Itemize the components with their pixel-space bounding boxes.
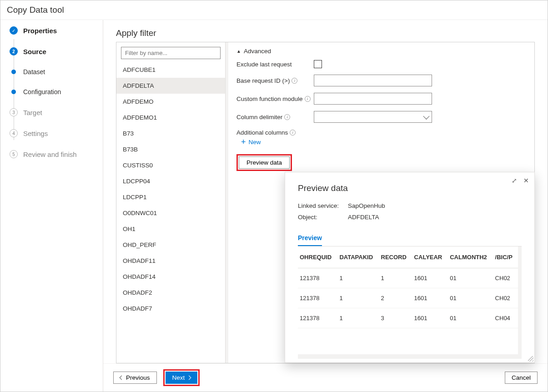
grid-cell: CH04 bbox=[493, 308, 518, 328]
list-item[interactable]: LDCPP04 bbox=[116, 173, 225, 189]
grid-cell: 1601 bbox=[412, 308, 448, 328]
close-icon[interactable]: ✕ bbox=[523, 177, 529, 184]
filter-box bbox=[121, 47, 221, 59]
base-request-id-label: Base request ID (>) i bbox=[236, 77, 314, 84]
chevron-left-icon bbox=[120, 376, 124, 380]
list-item[interactable]: LDCPP1 bbox=[116, 189, 225, 205]
linked-service-row: Linked service: SapOpenHub bbox=[298, 202, 522, 209]
step-number-icon: 2 bbox=[10, 47, 18, 55]
step-label: Target bbox=[23, 109, 42, 116]
preview-data-button[interactable]: Preview data bbox=[239, 156, 290, 169]
list-item[interactable]: ADFDEMO bbox=[116, 94, 225, 110]
step-target[interactable]: 3 Target bbox=[10, 108, 103, 116]
window-title: Copy Data tool bbox=[0, 0, 548, 20]
info-icon[interactable]: i bbox=[292, 78, 297, 84]
list-item[interactable]: CUSTISS0 bbox=[116, 157, 225, 173]
list-item[interactable]: B73B bbox=[116, 141, 225, 157]
grid-column-header[interactable]: RECORD bbox=[379, 246, 412, 268]
popup-title: Preview data bbox=[298, 183, 522, 193]
next-highlight: Next bbox=[163, 369, 200, 386]
list-item[interactable]: OHD_PERF bbox=[116, 237, 225, 253]
substep-dataset[interactable]: Dataset bbox=[10, 68, 103, 75]
step-label: Settings bbox=[23, 130, 48, 137]
list-item[interactable]: OHDADF14 bbox=[116, 269, 225, 285]
object-list-column: ADFCUBE1ADFDELTAADFDEMOADFDEMO1B73B73BCU… bbox=[116, 42, 226, 363]
dot-icon bbox=[11, 90, 16, 94]
next-button[interactable]: Next bbox=[166, 372, 198, 384]
grid-cell: 1 bbox=[379, 268, 412, 288]
preview-grid-wrap[interactable]: OHREQUIDDATAPAKIDRECORDCALYEARCALMONTH2/… bbox=[298, 246, 522, 354]
new-column-button[interactable]: + New bbox=[241, 138, 526, 146]
object-list[interactable]: ADFCUBE1ADFDELTAADFDEMOADFDEMO1B73B73BCU… bbox=[116, 62, 225, 363]
list-item[interactable]: O0DNWC01 bbox=[116, 205, 225, 221]
list-item[interactable]: OH1 bbox=[116, 221, 225, 237]
step-source[interactable]: 2 Source bbox=[10, 47, 103, 55]
step-review[interactable]: 5 Review and finish bbox=[10, 150, 103, 158]
next-label: Next bbox=[172, 374, 185, 381]
step-properties[interactable]: ✓ Properties bbox=[10, 26, 103, 35]
row-base-request-id: Base request ID (>) i bbox=[236, 75, 526, 86]
grid-cell: CH02 bbox=[493, 268, 518, 288]
substep-configuration[interactable]: Configuration bbox=[10, 88, 103, 95]
new-label: New bbox=[249, 139, 261, 146]
grid-column-header[interactable]: OHREQUID bbox=[298, 246, 337, 268]
table-row: 12137813160101CH04 bbox=[298, 308, 518, 328]
list-item[interactable]: OHDADF11 bbox=[116, 253, 225, 269]
grid-cell: 3 bbox=[379, 308, 412, 328]
object-value: ADFDELTA bbox=[348, 214, 379, 221]
info-icon[interactable]: i bbox=[305, 96, 311, 102]
collapse-icon: ▲ bbox=[236, 49, 241, 54]
grid-cell: 2 bbox=[379, 288, 412, 308]
grid-cell: 121378 bbox=[298, 268, 337, 288]
info-icon[interactable]: i bbox=[284, 114, 290, 120]
additional-columns-section: Additional columns i + New bbox=[236, 129, 526, 146]
chevron-down-icon bbox=[423, 113, 429, 120]
grid-cell: 1 bbox=[337, 308, 379, 328]
linked-service-label: Linked service: bbox=[298, 202, 348, 209]
cancel-button[interactable]: Cancel bbox=[505, 372, 538, 384]
list-item[interactable]: OHDADF2 bbox=[116, 285, 225, 301]
row-custom-function-module: Custom function module i bbox=[236, 93, 526, 105]
resize-handle-icon[interactable] bbox=[527, 355, 533, 362]
advanced-section-header[interactable]: ▲ Advanced bbox=[236, 48, 526, 55]
grid-column-header[interactable]: DATAPAKID bbox=[337, 246, 379, 268]
row-column-delimiter: Column delimiter i bbox=[236, 111, 526, 123]
step-label: Review and finish bbox=[23, 151, 77, 158]
step-number-icon: 4 bbox=[10, 129, 18, 137]
grid-cell: 1 bbox=[337, 268, 379, 288]
additional-columns-label: Additional columns i bbox=[236, 129, 526, 136]
list-item[interactable]: ADFDELTA bbox=[116, 78, 225, 94]
object-row: Object: ADFDELTA bbox=[298, 214, 522, 221]
exclude-last-request-checkbox[interactable] bbox=[314, 60, 322, 68]
grid-cell: CH02 bbox=[493, 288, 518, 308]
list-item[interactable]: B73 bbox=[116, 126, 225, 141]
object-label: Object: bbox=[298, 214, 348, 221]
base-request-id-input[interactable] bbox=[314, 75, 432, 86]
grid-cell: 121378 bbox=[298, 308, 337, 328]
step-settings[interactable]: 4 Settings bbox=[10, 129, 103, 137]
custom-function-module-input[interactable] bbox=[314, 93, 432, 105]
grid-column-header[interactable]: /BIC/P bbox=[493, 246, 518, 268]
grid-column-header[interactable]: CALMONTH2 bbox=[448, 246, 493, 268]
list-item[interactable]: OHDADF7 bbox=[116, 301, 225, 317]
check-icon: ✓ bbox=[10, 26, 18, 35]
horizontal-scrollbar[interactable] bbox=[298, 354, 522, 359]
preview-data-highlight: Preview data bbox=[236, 154, 292, 171]
expand-icon[interactable]: ⤢ bbox=[512, 177, 517, 184]
table-row: 12137812160101CH02 bbox=[298, 288, 518, 308]
list-item[interactable]: ADFCUBE1 bbox=[116, 62, 225, 78]
column-delimiter-select[interactable] bbox=[314, 111, 432, 123]
exclude-last-request-label: Exclude last request bbox=[236, 61, 314, 68]
grid-cell: 1 bbox=[337, 288, 379, 308]
chevron-right-icon bbox=[187, 376, 191, 380]
step-label: Configuration bbox=[23, 88, 61, 95]
wizard-footer: Previous Next Cancel bbox=[103, 363, 548, 392]
grid-column-header[interactable]: CALYEAR bbox=[412, 246, 448, 268]
wizard-sidebar: ✓ Properties 2 Source Dataset Configurat… bbox=[0, 20, 103, 392]
list-item[interactable]: ADFDEMO1 bbox=[116, 110, 225, 126]
grid-cell: 01 bbox=[448, 308, 493, 328]
previous-button[interactable]: Previous bbox=[113, 372, 157, 384]
info-icon[interactable]: i bbox=[290, 130, 296, 136]
filter-input[interactable] bbox=[121, 47, 221, 59]
tab-preview[interactable]: Preview bbox=[298, 231, 322, 246]
